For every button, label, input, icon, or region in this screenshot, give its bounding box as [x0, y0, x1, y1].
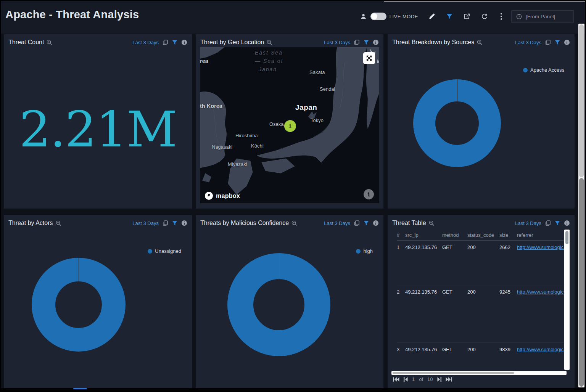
map-label: Osaka — [269, 121, 284, 127]
column-header[interactable]: status_code — [467, 232, 499, 238]
column-header[interactable]: method — [442, 232, 467, 238]
slice-seam — [457, 79, 457, 101]
zoom-in-icon[interactable] — [47, 40, 52, 45]
column-header[interactable]: # — [397, 232, 405, 238]
copy-icon[interactable] — [354, 39, 360, 45]
time-range-selector[interactable]: [From Panel] — [511, 10, 574, 23]
refresh-icon[interactable] — [480, 12, 489, 21]
first-page-button[interactable] — [393, 377, 399, 382]
info-icon[interactable] — [564, 220, 570, 226]
cell-method: GET — [442, 244, 467, 250]
panel-threat-count: Threat Count Last 3 Days 2.21M — [4, 34, 192, 209]
copy-icon[interactable] — [545, 39, 551, 45]
panel-time-range[interactable]: Last 3 Days — [132, 40, 159, 45]
panel-time-range[interactable]: Last 3 Days — [324, 220, 350, 226]
filter-icon[interactable] — [363, 39, 369, 45]
column-header[interactable]: src_ip — [405, 232, 442, 238]
panel-header: Threat Table Last 3 Days — [388, 215, 575, 227]
scrollbar-track[interactable] — [579, 178, 584, 387]
filter-icon[interactable] — [172, 220, 178, 226]
slice-seam — [79, 258, 79, 281]
kebab-menu-icon[interactable] — [497, 13, 505, 20]
scrollbar-thumb[interactable] — [393, 372, 514, 374]
column-header[interactable]: size — [499, 232, 517, 238]
bottom-scroll-indicator[interactable] — [73, 388, 87, 389]
donut-chart-actors[interactable] — [32, 258, 126, 352]
zoom-in-icon[interactable] — [267, 40, 272, 45]
chart-legend[interactable]: Apache Access — [523, 67, 564, 73]
map-cluster-marker[interactable]: 1 — [284, 120, 296, 132]
donut-chart-sources[interactable] — [413, 79, 501, 167]
panel-malicious-confidence: Threats by Malicious Confidence Last 3 D… — [196, 215, 383, 390]
donut-chart-confidence[interactable] — [227, 253, 330, 356]
map-fullscreen-button[interactable] — [363, 52, 375, 64]
zoom-in-icon[interactable] — [291, 220, 297, 226]
cell-src-ip: 49.212.135.76 — [405, 244, 442, 250]
export-icon[interactable] — [462, 12, 472, 21]
panel-time-range[interactable]: Last 3 Days — [515, 220, 541, 226]
single-value-display: 2.21M — [4, 50, 192, 209]
column-header[interactable]: referrer — [517, 232, 564, 238]
table-header-row: # src_ip method status_code size referre… — [397, 231, 564, 239]
panel-title: Threat Count — [8, 39, 44, 46]
map-canvas[interactable]: rea East Sea — Sea of Japan Sakata Senda… — [200, 47, 379, 203]
copy-icon[interactable] — [354, 220, 360, 226]
cell-src-ip: 49.212.135.76 — [405, 289, 442, 295]
copy-icon[interactable] — [162, 39, 168, 45]
filter-icon[interactable] — [172, 39, 178, 45]
panel-threat-table: Threat Table Last 3 Days # src_ip method… — [388, 215, 575, 390]
cell-referrer-link[interactable]: http://www.sumologic. — [517, 289, 564, 295]
table-horizontal-scrollbar[interactable] — [391, 371, 567, 375]
scrollbar-thumb[interactable] — [579, 24, 584, 177]
filter-icon[interactable] — [445, 12, 454, 21]
map-info-button[interactable]: i — [364, 189, 374, 199]
info-icon[interactable] — [564, 39, 570, 45]
copy-icon[interactable] — [162, 220, 168, 226]
page-vertical-scrollbar[interactable] — [578, 24, 584, 387]
row-divider — [397, 285, 564, 285]
panel-time-range[interactable]: Last 3 Days — [324, 40, 350, 45]
zoom-in-icon[interactable] — [477, 40, 483, 45]
legend-label: Unassigned — [155, 248, 181, 254]
cell-size: 9245 — [499, 289, 517, 295]
info-icon[interactable] — [181, 220, 187, 226]
mapbox-attribution[interactable]: mapbox — [204, 191, 240, 200]
filter-icon[interactable] — [554, 39, 560, 45]
chart-legend[interactable]: Unassigned — [148, 248, 181, 254]
edit-icon[interactable] — [427, 12, 436, 21]
zoom-in-icon[interactable] — [56, 220, 61, 226]
user-icon[interactable] — [359, 12, 368, 21]
prev-page-button[interactable] — [404, 377, 408, 382]
legend-label: Apache Access — [530, 67, 564, 73]
next-page-button[interactable] — [437, 377, 441, 382]
table-row[interactable]: 2 49.212.135.76 GET 200 9245 http://www.… — [397, 288, 564, 296]
panel-time-range[interactable]: Last 3 Days — [515, 40, 541, 45]
time-range-value: [From Panel] — [526, 14, 555, 19]
cell-referrer-link[interactable]: http://www.sumologic. — [517, 347, 564, 352]
map-label: Tokyo — [311, 117, 324, 123]
scrollbar-thumb[interactable] — [565, 231, 568, 244]
last-page-button[interactable] — [446, 377, 452, 382]
table-vertical-scrollbar[interactable] — [564, 230, 570, 370]
chart-legend[interactable]: high — [356, 248, 373, 254]
info-icon[interactable] — [373, 220, 379, 226]
row-divider — [397, 342, 564, 342]
window-edge — [384, 1, 586, 2]
table-row[interactable]: 3 49.212.135.76 GET 200 9839 http://www.… — [397, 345, 564, 353]
info-icon[interactable] — [181, 39, 187, 45]
filter-icon[interactable] — [363, 220, 369, 226]
table-row[interactable]: 1 49.212.135.76 GET 200 2662 http://www.… — [397, 243, 564, 251]
toggle-knob — [371, 13, 377, 19]
info-icon[interactable] — [373, 39, 379, 45]
cell-referrer-link[interactable]: http://www.sumologic. — [517, 244, 564, 250]
page-title: Apache - Threat Analysis — [5, 8, 139, 21]
panel-threat-sources: Threat Breakdown by Sources Last 3 Days … — [388, 34, 575, 209]
panel-time-range[interactable]: Last 3 Days — [132, 220, 159, 226]
panel-header: Threats by Malicious Confidence Last 3 D… — [196, 215, 383, 227]
live-mode-toggle[interactable] — [370, 13, 386, 20]
zoom-in-icon[interactable] — [429, 220, 435, 226]
copy-icon[interactable] — [545, 220, 551, 226]
cell-status-code: 200 — [467, 244, 499, 250]
filter-icon[interactable] — [554, 220, 560, 226]
legend-swatch — [148, 249, 152, 254]
